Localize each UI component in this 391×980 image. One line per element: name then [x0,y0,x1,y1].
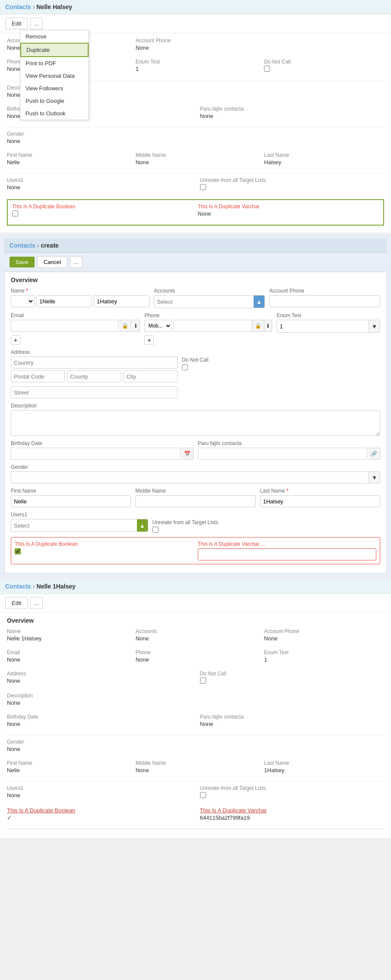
form-mn-group: Middle Name [135,488,255,507]
form-email-label: Email [11,312,140,318]
s3-users1-field: Users1 None [7,785,191,799]
phone-info-btn[interactable]: ℹ [264,320,272,332]
email-input[interactable] [11,320,118,332]
gender-arrow[interactable]: ▼ [369,472,380,483]
toolbar-1: Edit ... Remove Duplicate Print to PDF V… [0,14,391,33]
s3-users1-value: None [7,792,191,799]
more-options-button[interactable]: ... [30,18,43,29]
description-textarea[interactable] [11,410,380,436]
form-breadcrumb-parent[interactable]: Contacts [10,242,35,249]
form-overview-title: Overview [11,277,380,283]
form-paru-label: Paru fajliv contacta [198,440,381,446]
email-info-btn[interactable]: ℹ [132,320,140,332]
email-privacy-btn[interactable]: 🔒 [119,320,131,332]
menu-item-personal-data[interactable]: View Personal Data [20,70,89,82]
s3-gender-label: Gender [7,739,127,745]
menu-item-push-outlook[interactable]: Push to Outlook [20,107,89,120]
menu-item-duplicate[interactable]: Duplicate [20,43,89,57]
name-prefix-select[interactable] [11,295,35,307]
phone-type-select[interactable]: Mob... [144,320,172,332]
required-star: * [26,288,28,294]
more3-button[interactable]: ... [30,597,43,609]
first-name-input[interactable] [36,295,92,307]
birthday-input[interactable] [11,448,181,460]
users1-label: Users1 [7,177,191,183]
form-users1-group: Users1 ▲ [11,512,148,532]
form-more-button[interactable]: ... [70,256,83,268]
form-dup-varchar-input[interactable] [198,548,377,560]
form-dup-bool-checkbox[interactable] [15,548,21,554]
dropdown-menu: Remove Duplicate Print to PDF View Perso… [20,30,89,120]
form-birthday-group: Birthday Date 📅 [11,440,194,460]
form-fn-input[interactable] [11,495,131,507]
country-input[interactable] [11,356,178,369]
breadcrumb-parent-link[interactable]: Contacts [5,3,31,10]
form-dup-varchar-label: This Is A Duplicate Varchar ... [198,541,377,547]
s3-do-not-call-checkbox[interactable] [200,678,206,684]
breadcrumb3-parent-link[interactable]: Contacts [5,583,31,590]
menu-item-push-google[interactable]: Push to Google [20,95,89,107]
accounts-select-arrow[interactable]: ▲ [254,296,264,308]
s3-unrelate-checkbox[interactable] [200,792,206,798]
duplicate-varchar-label: This Is A Duplicate Varchar [198,204,379,210]
email-add-button[interactable]: + [11,335,20,345]
paru-input[interactable] [198,448,368,460]
s3-birthday-field: Birthday Date None [7,714,191,727]
cancel-button[interactable]: Cancel [37,256,67,268]
form-account-phone-label: Account Phone [269,288,380,294]
gender-label: Gender [7,131,127,137]
duplicate-bool-checkbox[interactable] [12,210,18,216]
form-breadcrumb-current: create [41,242,59,249]
do-not-call-checkbox[interactable] [264,66,270,72]
phone-privacy-btn[interactable]: 🔒 [252,320,264,332]
s3-row-users: Users1 None Unrelate from all Target Lis… [7,785,384,803]
s3-birthday-label: Birthday Date [7,714,191,720]
breadcrumb-sep: › [33,3,35,10]
unrelate-checkbox[interactable] [200,184,206,190]
street-input[interactable] [11,386,178,398]
paru-link-btn[interactable]: 🔗 [368,448,380,460]
paru-label: Paru fajliv contacta [200,106,385,112]
users1-select-input[interactable] [11,520,137,531]
enum-test-value: 1 [136,66,256,72]
s3-name-field: Name Nelle 1Halsey [7,628,127,642]
form-fn-label: First Name [11,488,131,494]
menu-item-followers[interactable]: View Followers [20,82,89,95]
last-name-form-input[interactable] [94,295,149,307]
county-input[interactable] [67,370,121,382]
form-row-users: Users1 ▲ Unrelate from all Target Lists [11,512,380,533]
s3-name-label: Name [7,628,127,634]
s3-row-desc: Description None [7,693,384,710]
menu-item-remove[interactable]: Remove [20,30,89,43]
postal-input[interactable] [11,370,65,382]
edit-button[interactable]: Edit [5,18,28,29]
s3-phone-value: None [136,656,256,663]
city-input[interactable] [124,370,178,382]
form-gender-label: Gender [11,464,380,470]
phone-input[interactable] [174,320,252,332]
unrelate-field: Unrelate from all Target Lists [200,177,385,191]
form-do-not-call-checkbox[interactable] [182,364,188,370]
form-dup-bool-label: This Is A Duplicate Boolean [15,541,194,547]
form-unrelate-checkbox[interactable] [153,527,159,533]
save-button[interactable]: Save [10,257,35,267]
users1-select-arrow[interactable]: ▲ [137,519,148,531]
gender-field: Gender None [7,131,127,144]
accounts-select-input[interactable] [154,296,254,307]
form-ln-input[interactable] [260,495,380,507]
enum-input[interactable] [277,320,369,332]
form-mn-input[interactable] [135,495,255,507]
s3-do-not-call-field: Do Not Call [200,671,385,685]
account-phone-input[interactable] [269,295,380,307]
enum-wrap: ▼ [277,320,380,333]
edit3-button[interactable]: Edit [5,597,28,609]
s3-middle-name-value: None [136,767,256,773]
enum-arrow[interactable]: ▼ [369,320,380,332]
form-row-fullname: First Name Middle Name Last Name * [11,488,380,507]
birthday-calendar-btn[interactable]: 📅 [181,448,194,460]
gender-input[interactable] [11,472,369,483]
phone-add-button[interactable]: + [144,335,154,345]
form-users1-label: Users1 [11,512,148,518]
s3-row-email: Email None Phone None Enum Test 1 [7,649,384,666]
menu-item-print-pdf[interactable]: Print to PDF [20,57,89,70]
